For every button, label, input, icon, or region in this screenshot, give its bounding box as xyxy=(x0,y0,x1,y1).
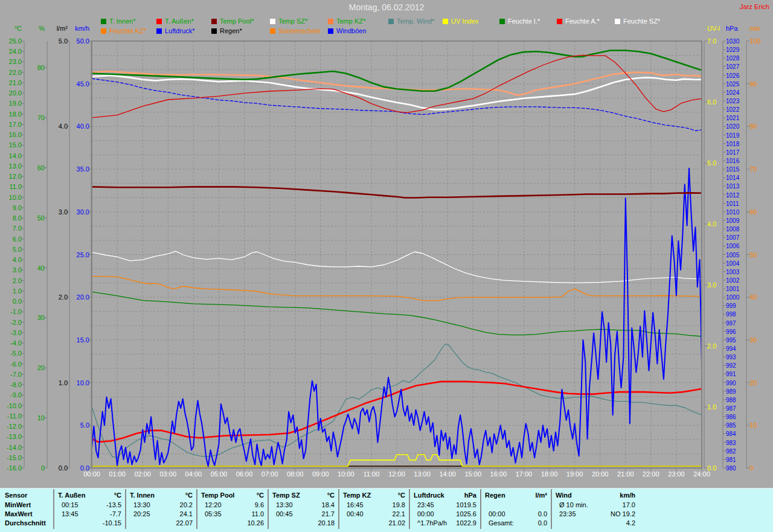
axis-tick-label: 996 xyxy=(726,328,752,335)
table-cell: °C xyxy=(130,491,193,499)
legend-color-swatch-icon xyxy=(156,19,162,24)
axis-tick-label: 1029 xyxy=(726,46,752,53)
x-axis-tick-label: 19:00 xyxy=(562,470,588,478)
axis-tick-label: -12.0 xyxy=(0,423,22,430)
axis-tick-label: 25.0 xyxy=(63,252,89,258)
x-axis-tick-label: 05:00 xyxy=(205,470,232,478)
legend-item-label: Regen* xyxy=(220,27,242,34)
legend-item: Temp Pool* xyxy=(211,18,254,25)
axis-tick-label: 50.0 xyxy=(63,38,89,45)
axis-tick-label: 992 xyxy=(726,362,752,369)
x-axis-tick-label: 22:00 xyxy=(638,470,664,478)
table-cell: 18.4 xyxy=(272,501,335,509)
axis-tick-label: 14.0 xyxy=(0,153,22,159)
x-axis-tick-label: 12:00 xyxy=(383,470,410,478)
x-axis-tick-label: 08:00 xyxy=(282,470,309,478)
axis-tick-label: -4.0 xyxy=(0,340,22,347)
table-cell: MaxWert xyxy=(5,510,52,518)
axis-tick-label: 80 xyxy=(18,65,45,71)
axis-tick-label: 11.0 xyxy=(0,184,22,190)
axis-tick-label: 1024 xyxy=(726,89,752,96)
table-column-divider xyxy=(409,489,410,529)
table-column-divider xyxy=(551,489,552,529)
legend-color-swatch-icon xyxy=(388,19,394,24)
axis-tick-label: 1028 xyxy=(726,55,752,62)
axis-title: km/h xyxy=(65,25,89,32)
table-cell: -7.7 xyxy=(58,510,121,518)
table-column-divider xyxy=(268,489,269,529)
legend-item-label: Luftdruck* xyxy=(165,27,195,34)
axis-tick-label: 1027 xyxy=(726,63,752,70)
table-cell: 0.0 xyxy=(485,510,547,518)
axis-tick-label: 1017 xyxy=(726,149,752,156)
axis-tick-label: 50 xyxy=(749,252,773,258)
axis-tick-label: 1007 xyxy=(726,234,752,241)
axis-tick-label: 1025 xyxy=(726,81,752,88)
axis-tick-label: 25.0 xyxy=(0,38,22,45)
axis-tick-label: 1020 xyxy=(726,123,752,130)
axis-tick-label: 994 xyxy=(726,345,752,352)
series-luftdruck xyxy=(92,79,702,130)
axis-tick-label: 40.0 xyxy=(63,123,89,130)
legend-color-swatch-icon xyxy=(156,28,162,34)
axis-tick-label: 21.0 xyxy=(0,80,22,86)
table-cell: 1022.9 xyxy=(414,519,476,527)
series-temp-pool xyxy=(92,187,702,197)
axis-tick-label: 2.0 xyxy=(0,278,22,284)
axis-tick-label: 15.0 xyxy=(0,142,22,149)
axis-tick-label: 995 xyxy=(726,337,752,344)
axis-tick-label: 60 xyxy=(18,165,45,171)
axis-tick-label: 10.0 xyxy=(63,380,89,386)
axis-tick-label: 986 xyxy=(726,414,752,420)
axis-tick-label: 50 xyxy=(18,215,45,222)
axis-title: hPa xyxy=(726,25,752,32)
axis-tick-label: 35.0 xyxy=(63,166,89,173)
legend-color-swatch-icon xyxy=(328,28,333,34)
axis-tick-label: 40 xyxy=(18,265,45,272)
axis-tick-label: 983 xyxy=(726,440,752,446)
axis-tick-label: 19.0 xyxy=(0,100,22,107)
series-uv-index xyxy=(92,455,702,466)
table-cell: 20.18 xyxy=(272,519,335,527)
x-axis-tick-label: 03:00 xyxy=(155,470,181,478)
table-cell: NO 19.2 xyxy=(556,510,635,518)
table-column-divider xyxy=(53,489,54,529)
x-axis-tick-label: 11:00 xyxy=(358,470,385,478)
axis-tick-label: 10 xyxy=(18,415,45,421)
axis-tick-label: 1010 xyxy=(726,209,752,216)
axis-tick-label: 980 xyxy=(726,465,752,472)
legend-item: Sonnenschein xyxy=(270,27,321,34)
legend-color-swatch-icon xyxy=(101,19,106,24)
axis-tick-label: 30 xyxy=(749,337,773,344)
axis-tick-label: 17.0 xyxy=(0,121,22,128)
table-cell: km/h xyxy=(556,491,635,499)
axis-tick-label: 1001 xyxy=(726,286,752,292)
axis-tick-label: 10.0 xyxy=(0,194,22,201)
legend-item-label: Feuchte I.* xyxy=(508,18,540,25)
legend-item: Feuchte KZ* xyxy=(101,27,146,34)
axis-tick-label: 12.0 xyxy=(0,173,22,180)
axis-tick-label: 1003 xyxy=(726,269,752,275)
x-axis-tick-label: 18:00 xyxy=(536,470,563,478)
x-axis-tick-label: 17:00 xyxy=(510,470,537,478)
legend-color-swatch-icon xyxy=(615,19,620,24)
table-cell: -13.5 xyxy=(58,501,121,509)
legend-item: Temp SZ* xyxy=(270,18,307,25)
axis-tick-label: -5.0 xyxy=(0,350,22,357)
axis-tick-label: 20 xyxy=(749,380,773,386)
axis-tick-label: 1009 xyxy=(726,217,752,224)
axis-tick-label: 1026 xyxy=(726,72,752,79)
legend-item-label: Temp KZ* xyxy=(336,18,365,25)
legend-item: Temp KZ* xyxy=(328,18,365,25)
axis-tick-label: 6.0 xyxy=(0,236,22,243)
axis-tick-label: 1019 xyxy=(726,132,752,139)
table-cell: 1025.6 xyxy=(414,510,476,518)
table-cell: °C xyxy=(201,491,264,499)
x-axis-tick-label: 10:00 xyxy=(333,470,359,478)
legend-item-label: Sonnenschein xyxy=(278,27,321,34)
axis-tick-label: 1006 xyxy=(726,243,752,249)
table-cell: Sensor xyxy=(5,491,52,499)
table-cell: °C xyxy=(58,491,121,499)
x-axis-tick-label: 02:00 xyxy=(129,470,156,478)
table-cell: 20.2 xyxy=(130,501,193,509)
